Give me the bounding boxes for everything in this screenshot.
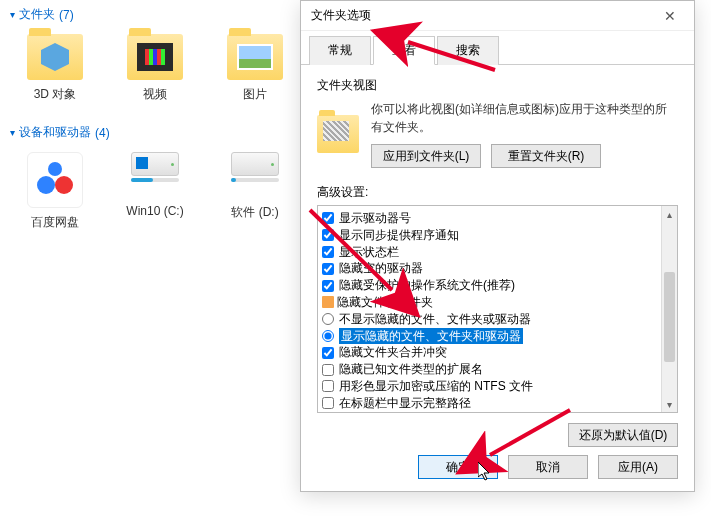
opt-show-drive-letter[interactable]: 显示驱动器号 xyxy=(320,210,675,227)
tab-strip: 常规 查看 搜索 xyxy=(301,31,694,65)
opt-hide-protected-os[interactable]: 隐藏受保护的操作系统文件(推荐) xyxy=(320,277,675,294)
folder-icon xyxy=(27,34,83,80)
tab-search[interactable]: 搜索 xyxy=(437,36,499,65)
restore-defaults-button[interactable]: 还原为默认值(D) xyxy=(568,423,678,447)
scroll-up-icon[interactable]: ▴ xyxy=(662,206,677,222)
opt-merge-conflicts[interactable]: 隐藏文件夹合并冲突 xyxy=(320,344,675,361)
drive-icon xyxy=(127,152,183,198)
advanced-settings-label: 高级设置: xyxy=(317,184,678,201)
section-label: 设备和驱动器 xyxy=(19,124,91,141)
item-label: 视频 xyxy=(143,86,167,103)
tab-view[interactable]: 查看 xyxy=(373,36,435,65)
folder-preview-icon xyxy=(317,115,359,153)
folder-video[interactable]: 视频 xyxy=(120,34,190,103)
folder-preview-row: 你可以将此视图(如详细信息或图标)应用于这种类型的所有文件夹。 应用到文件夹(L… xyxy=(317,100,678,168)
drive-c[interactable]: Win10 (C:) xyxy=(120,152,190,231)
drive-d[interactable]: 软件 (D:) xyxy=(220,152,290,231)
close-icon[interactable]: ✕ xyxy=(656,6,684,26)
opt-full-path-title[interactable]: 在标题栏中显示完整路径 xyxy=(320,395,675,412)
folder-view-label: 文件夹视图 xyxy=(317,77,678,94)
opt-color-ntfs[interactable]: 用彩色显示加密或压缩的 NTFS 文件 xyxy=(320,378,675,395)
item-label: 3D 对象 xyxy=(34,86,77,103)
chevron-down-icon: ▾ xyxy=(10,127,15,138)
tab-general[interactable]: 常规 xyxy=(309,36,371,65)
reset-folders-button[interactable]: 重置文件夹(R) xyxy=(491,144,601,168)
apply-button[interactable]: 应用(A) xyxy=(598,455,678,479)
opt-sync-provider[interactable]: 显示同步提供程序通知 xyxy=(320,227,675,244)
chevron-down-icon: ▾ xyxy=(10,9,15,20)
tree-scrollbar[interactable]: ▴ ▾ xyxy=(661,206,677,412)
folder-picture[interactable]: 图片 xyxy=(220,34,290,103)
baidu-icon xyxy=(27,152,83,208)
dialog-footer: 确定 取消 应用(A) xyxy=(418,455,678,479)
cancel-button[interactable]: 取消 xyxy=(508,455,588,479)
opt-hide-empty-drives[interactable]: 隐藏空的驱动器 xyxy=(320,260,675,277)
dialog-title: 文件夹选项 xyxy=(311,7,371,24)
opt-dont-show-hidden[interactable]: 不显示隐藏的文件、文件夹或驱动器 xyxy=(320,311,675,328)
drive-icon xyxy=(227,152,283,198)
tab-body-view: 文件夹视图 你可以将此视图(如详细信息或图标)应用于这种类型的所有文件夹。 应用… xyxy=(301,65,694,459)
folder-icon xyxy=(227,34,283,80)
advanced-settings-tree: 显示驱动器号 显示同步提供程序通知 显示状态栏 隐藏空的驱动器 隐藏受保护的操作… xyxy=(317,205,678,413)
opt-separate-process[interactable]: 在单独的进程中打开文件夹窗口 xyxy=(320,412,675,413)
opt-show-hidden[interactable]: 显示隐藏的文件、文件夹和驱动器 xyxy=(320,328,675,345)
scroll-thumb[interactable] xyxy=(664,272,675,362)
apply-to-folders-button[interactable]: 应用到文件夹(L) xyxy=(371,144,481,168)
item-baidu[interactable]: 百度网盘 xyxy=(20,152,90,231)
section-count: (7) xyxy=(59,8,74,22)
cursor-icon xyxy=(478,462,494,485)
section-label: 文件夹 xyxy=(19,6,55,23)
folder-icon xyxy=(127,34,183,80)
item-label: Win10 (C:) xyxy=(126,204,183,218)
folder-options-dialog: 文件夹选项 ✕ 常规 查看 搜索 文件夹视图 你可以将此视图(如详细信息或图标)… xyxy=(300,0,695,492)
folder-3d-objects[interactable]: 3D 对象 xyxy=(20,34,90,103)
dialog-titlebar[interactable]: 文件夹选项 ✕ xyxy=(301,1,694,31)
item-label: 百度网盘 xyxy=(31,214,79,231)
item-label: 图片 xyxy=(243,86,267,103)
opt-hide-extensions[interactable]: 隐藏已知文件类型的扩展名 xyxy=(320,361,675,378)
section-count: (4) xyxy=(95,126,110,140)
opt-status-bar[interactable]: 显示状态栏 xyxy=(320,244,675,261)
folder-view-description: 你可以将此视图(如详细信息或图标)应用于这种类型的所有文件夹。 xyxy=(371,100,678,136)
scroll-down-icon[interactable]: ▾ xyxy=(662,396,677,412)
opt-hidden-files-group[interactable]: 隐藏文件和文件夹 xyxy=(320,294,675,311)
item-label: 软件 (D:) xyxy=(231,204,278,221)
